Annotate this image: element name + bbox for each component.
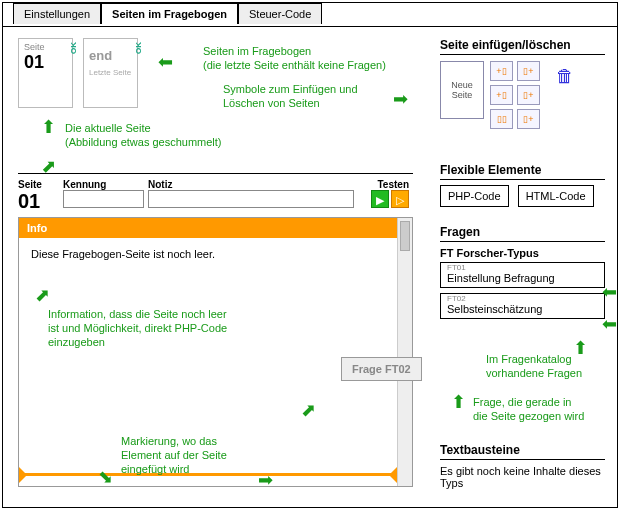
tab-bar: Einstellungen Seiten im Fragebogen Steue… [13, 3, 322, 24]
annotation-info: Information, dass die Seite noch leer is… [48, 308, 227, 349]
insert-title: Seite einfügen/löschen [440, 38, 605, 55]
col-notiz: Notiz [148, 177, 358, 190]
section-flex: Flexible Elemente PHP-Code HTML-Code [440, 163, 605, 207]
arrow-icon: ⬈ [35, 286, 50, 304]
page-editor-header: Seite Kennung Notiz Testen 01 ▶▷ [18, 173, 413, 213]
empty-message: Diese Fragebogen-Seite ist noch leer. [31, 248, 400, 260]
annotation-catalog: Im Fragenkatalog vorhandene Fragen [486, 353, 582, 381]
section-fragen: Fragen FT Forscher-Typus FT01 Einstellun… [440, 225, 605, 324]
split-icon[interactable]: ▯▯ [490, 109, 513, 129]
arrow-icon: ⬆ [41, 118, 56, 136]
duplicate-after-icon[interactable]: ▯+ [517, 85, 540, 105]
arrow-icon: ⬅ [602, 281, 617, 303]
annotation-insert: Markierung, wo das Element auf der Seite… [121, 435, 227, 476]
col-seite: Seite [18, 177, 63, 190]
text-title: Textbausteine [440, 443, 605, 460]
kennung-input[interactable] [63, 190, 144, 208]
html-code-button[interactable]: HTML-Code [518, 185, 594, 207]
col-testen: Testen [358, 177, 413, 190]
notiz-input[interactable] [148, 190, 354, 208]
ok-icon: OK [134, 42, 143, 54]
test-skip-button[interactable]: ▷ [391, 190, 409, 208]
annotation-dragging: Frage, die gerade in die Seite gezogen w… [473, 396, 584, 424]
arrow-icon: ⬈ [301, 401, 316, 419]
col-kennung: Kennung [63, 177, 148, 190]
ok-icon: OK [69, 42, 78, 54]
info-bar: Info [19, 218, 412, 238]
arrow-icon: ⬅ [158, 53, 173, 71]
arrow-icon: ➡ [258, 471, 273, 489]
test-play-button[interactable]: ▶ [371, 190, 389, 208]
page-thumb-01[interactable]: Seite 01 OK [18, 38, 73, 108]
scrollbar[interactable] [397, 218, 412, 486]
section-text: Textbausteine Es gibt noch keine Inhalte… [440, 443, 605, 489]
question-label: Selbsteinschätzung [447, 303, 542, 315]
tab-divider [3, 26, 617, 27]
text-empty: Es gibt noch keine Inhalte dieses Typs [440, 465, 605, 489]
page-action-grid: +▯ ▯+ +▯ ▯+ ▯▯ ▯+ [490, 61, 540, 129]
php-code-button[interactable]: PHP-Code [440, 185, 509, 207]
thumb-end-label: end [89, 48, 132, 63]
annotation-symbols: Symbole zum Einfügen und Löschen von Sei… [223, 83, 358, 111]
page-number: 01 [18, 190, 40, 212]
tab-settings[interactable]: Einstellungen [13, 3, 101, 24]
page-thumb-end[interactable]: OK end Letzte Seite [83, 38, 138, 108]
insert-before-icon[interactable]: +▯ [490, 61, 513, 81]
page-thumbnails: Seite 01 OK OK end Letzte Seite [18, 38, 138, 108]
app-panel: Einstellungen Seiten im Fragebogen Steue… [2, 2, 618, 508]
trash-icon[interactable]: 🗑 [552, 61, 578, 91]
new-page-button[interactable]: Neue Seite [440, 61, 484, 119]
arrow-icon: ⬆ [451, 393, 466, 411]
insert-after-icon[interactable]: ▯+ [517, 61, 540, 81]
flex-title: Flexible Elemente [440, 163, 605, 180]
thumb-title: Seite [24, 42, 45, 52]
tab-pages[interactable]: Seiten im Fragebogen [101, 3, 238, 24]
question-label: Einstellung Befragung [447, 272, 555, 284]
question-group: FT Forscher-Typus [440, 247, 605, 259]
question-ft02[interactable]: FT02 Selbsteinschätzung [440, 293, 605, 319]
arrow-icon: ⬅ [602, 313, 617, 335]
question-code: FT01 [447, 264, 598, 272]
append-icon[interactable]: ▯+ [517, 109, 540, 129]
thumb-end-sub: Letzte Seite [89, 68, 132, 77]
arrow-icon: ➡ [393, 90, 408, 108]
sidebar-insert: Seite einfügen/löschen Neue Seite +▯ ▯+ … [440, 38, 605, 129]
annotation-current: Die aktuelle Seite (Abbildung etwas gesc… [65, 122, 222, 150]
question-ft01[interactable]: FT01 Einstellung Befragung [440, 262, 605, 288]
fragen-title: Fragen [440, 225, 605, 242]
scroll-thumb[interactable] [400, 221, 410, 251]
thumb-number: 01 [24, 52, 67, 73]
arrow-icon: ⬊ [98, 468, 113, 486]
duplicate-before-icon[interactable]: +▯ [490, 85, 513, 105]
dragged-question[interactable]: Frage FT02 [341, 357, 422, 381]
question-code: FT02 [447, 295, 598, 303]
annotation-pages: Seiten im Fragebogen (die letzte Seite e… [203, 45, 386, 73]
tab-code[interactable]: Steuer-Code [238, 3, 322, 24]
